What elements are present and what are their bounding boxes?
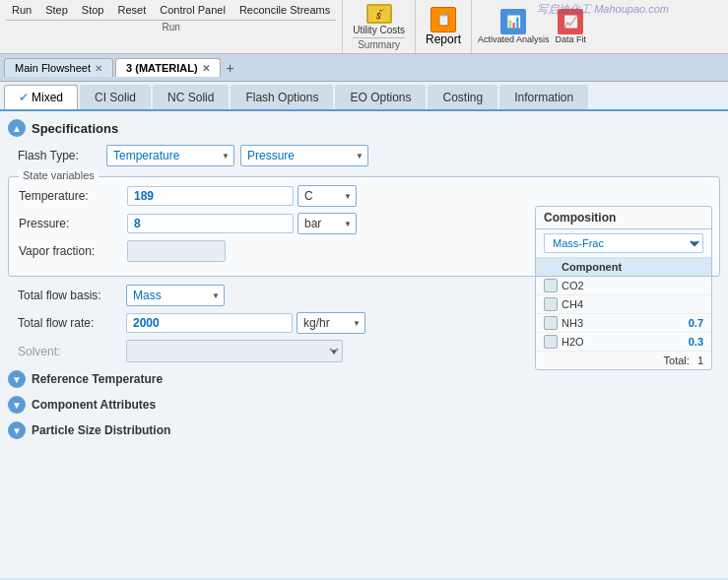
tab-mixed-label: Mixed [32,91,63,104]
flowsheet-tab-material-close[interactable]: ✕ [202,63,210,74]
specifications-title: Specifications [32,121,118,136]
comp-h2o-name: H2O [562,336,674,348]
run-section-label: Run [6,20,336,32]
reference-temperature-title: Reference Temperature [32,372,163,386]
report-label: Report [426,32,461,46]
tab-mixed[interactable]: ✔Mixed [4,85,78,109]
tab-eo-options[interactable]: EO Options [335,85,426,109]
component-attributes-title: Component Attributes [32,398,156,412]
activated-analysis-button[interactable]: 📊 Activated Analysis [478,9,550,44]
temperature-row: Temperature: C F K [19,185,709,207]
tab-information-label: Information [514,91,573,104]
activated-analysis-label: Activated Analysis [478,34,550,44]
tab-costing[interactable]: Costing [428,85,497,109]
run-section: Run Step Stop Reset Control Panel Reconc… [0,0,343,53]
composition-title: Composition [536,207,711,229]
solvent-select-wrapper [126,340,343,362]
specifications-header[interactable]: ▲ Specifications [8,119,720,137]
flowsheet-tab-material-label: 3 (MATERIAL) [126,62,198,74]
comp-col-component: Component [562,261,622,273]
composition-table-header: Component [536,258,711,277]
particle-size-chevron: ▼ [8,421,26,439]
tab-ci-solid[interactable]: CI Solid [80,85,151,109]
comp-co2-check[interactable] [544,279,558,292]
flowsheet-tab-main[interactable]: Main Flowsheet ✕ [4,58,113,77]
data-fit-label: Data Fit [556,34,587,44]
tab-nc-solid-label: NC Solid [167,91,214,104]
utility-costs-section-label: Summary [353,37,405,50]
tab-eo-options-label: EO Options [350,91,411,104]
solvent-select[interactable] [126,340,343,362]
composition-basis-row: Mass-Frac Mole-Frac Mass Flow Mole Flow [536,229,711,258]
pressure-input[interactable] [127,214,294,233]
composition-basis-wrapper: Mass-Frac Mole-Frac Mass Flow Mole Flow [544,233,703,253]
total-flow-rate-label: Total flow rate: [18,316,126,330]
reconcile-streams-button[interactable]: Reconcile Streams [233,2,336,18]
comp-total-label: Total: [664,354,690,366]
analysis-section: 📊 Activated Analysis 📈 Data Fit [472,0,592,53]
main-area: ▲ Specifications Flash Type: Temperature… [0,111,728,578]
tab-nc-solid[interactable]: NC Solid [153,85,229,109]
toolbar: Run Step Stop Reset Control Panel Reconc… [0,0,728,54]
flash-type-option1-wrapper: Temperature Enthalpy Entropy [106,145,234,166]
report-icon: 📋 [430,7,456,32]
composition-basis-select[interactable]: Mass-Frac Mole-Frac Mass Flow Mole Flow [544,233,703,253]
temperature-unit-select[interactable]: C F K [298,185,357,207]
reset-button[interactable]: Reset [111,2,152,18]
flash-type-row: Flash Type: Temperature Enthalpy Entropy… [8,145,720,166]
composition-panel: Composition Mass-Frac Mole-Frac Mass Flo… [535,206,712,370]
flash-type-option2-wrapper: Pressure Vapor fraction [240,145,368,166]
flash-type-selects: Temperature Enthalpy Entropy Pressure Va… [106,145,368,166]
reference-temperature-header[interactable]: ▼ Reference Temperature [8,370,720,388]
utility-costs-button[interactable]: 💰 Utility Costs Summary [343,0,416,53]
comp-total-value: 1 [697,354,703,366]
total-flow-rate-unit-select[interactable]: kg/hr kg/s lb/hr [297,312,365,334]
activated-analysis-icon: 📊 [500,9,526,34]
tab-information[interactable]: Information [499,85,588,109]
utility-costs-label: Utility Costs [353,25,405,35]
flash-type-select2[interactable]: Pressure Vapor fraction [240,145,368,166]
report-button[interactable]: 📋 Report [416,0,472,53]
step-button[interactable]: Step [39,2,74,18]
total-flow-rate-unit-wrapper: kg/hr kg/s lb/hr [297,312,365,334]
mixed-check-icon: ✔ [19,91,29,104]
temperature-input[interactable] [127,186,294,206]
component-attributes-header[interactable]: ▼ Component Attributes [8,396,720,414]
comp-row-nh3: NH3 0.7 [536,314,711,333]
total-flow-basis-label: Total flow basis: [18,289,126,302]
flowsheet-tab-main-label: Main Flowsheet [15,62,91,74]
pressure-label: Pressure: [19,217,127,230]
solvent-label: Solvent: [18,345,126,358]
tab-costing-label: Costing [442,91,483,104]
total-flow-rate-input[interactable] [126,313,293,333]
particle-size-header[interactable]: ▼ Particle Size Distribution [8,421,720,439]
add-tab-button[interactable]: + [223,60,238,76]
comp-h2o-value: 0.3 [674,336,703,348]
data-fit-icon: 📈 [558,9,583,34]
pressure-unit-select[interactable]: bar psi atm Pa [298,213,357,234]
vapor-fraction-input[interactable] [127,240,226,262]
pressure-unit-wrapper: bar psi atm Pa [298,213,357,234]
flowsheet-tab-main-close[interactable]: ✕ [95,63,102,74]
comp-nh3-check[interactable] [544,316,558,330]
total-flow-basis-select[interactable]: Mass Mole Volume [126,285,225,306]
flash-type-select1[interactable]: Temperature Enthalpy Entropy [106,145,234,166]
particle-size-title: Particle Size Distribution [32,423,170,437]
tab-flash-options[interactable]: Flash Options [231,85,333,109]
stop-button[interactable]: Stop [76,2,110,18]
vapor-fraction-label: Vapor fraction: [19,244,127,258]
content-tabbar: ✔Mixed CI Solid NC Solid Flash Options E… [0,82,728,111]
data-fit-button[interactable]: 📈 Data Fit [556,9,587,44]
comp-h2o-check[interactable] [544,335,558,349]
state-variables-legend: State variables [19,169,99,181]
control-panel-button[interactable]: Control Panel [154,2,232,18]
comp-row-h2o: H2O 0.3 [536,333,711,352]
comp-ch4-check[interactable] [544,297,558,311]
run-button[interactable]: Run [6,2,37,18]
temperature-unit-wrapper: C F K [298,185,357,207]
content-wrapper: ▲ Specifications Flash Type: Temperature… [8,119,720,439]
flowsheet-tab-material[interactable]: 3 (MATERIAL) ✕ [115,58,221,77]
temperature-label: Temperature: [19,189,127,203]
tab-ci-solid-label: CI Solid [95,91,136,104]
total-flow-basis-wrapper: Mass Mole Volume [126,285,225,306]
